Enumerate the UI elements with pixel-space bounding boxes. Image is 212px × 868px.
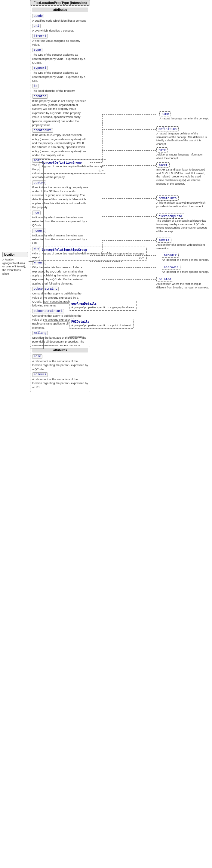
- attr-literal: literal A free-text value assigned as pr…: [32, 34, 88, 47]
- prop-narrower-container: narrower An identifier of a more specifi…: [162, 265, 209, 274]
- prop-narrower: narrower: [162, 265, 180, 270]
- prop-definition: definition: [156, 126, 179, 131]
- prop-hierarchyinfo-desc: The position of a concept in a hierarchi…: [156, 219, 209, 234]
- prop-name-container: name A natural language name for the con…: [159, 111, 209, 121]
- prop-hierarchyinfo-container: hierarchyInfo The position of a concept …: [156, 214, 209, 234]
- prop-related-container: related An identifier, where the relatio…: [156, 277, 209, 289]
- bottom-attributes-header: attributes: [32, 348, 88, 352]
- attr-typeuri: typeuri The type of the concept assigned…: [32, 66, 88, 83]
- prop-sameas-container: sameAs An identifier of a concept with e…: [156, 238, 209, 250]
- prop-note-container: note Additional natural language informa…: [156, 147, 209, 160]
- attr-creatoruri: creatoruri If the attribute is empty, sp…: [32, 128, 88, 157]
- bottom-attr-roleuri: roleuri A refinement of the semantics of…: [32, 372, 88, 389]
- diagram-container: FlexLocationPropType (intension) attribu…: [0, 0, 212, 868]
- prop-remoteinfo-desc: A link to an item at a web resource whic…: [156, 201, 209, 208]
- concept-definition-group-box: ConceptDefinitionGroup A group of proper…: [39, 159, 106, 174]
- concept-definition-group-desc: A group of properties required to define…: [42, 165, 103, 168]
- concept-relationships-group-desc: A group of properties required to define…: [42, 252, 144, 256]
- prop-related-desc: An identifier, where the relationship is…: [156, 282, 209, 289]
- concept-definition-multiplicity: 0..∞: [42, 169, 103, 172]
- geo-area-details-box: geoAreaDetails A group of properties spe…: [69, 301, 137, 311]
- attr-creator: creator If the property value is not emp…: [32, 94, 88, 127]
- attr-id: id The local identifier of the property.: [32, 84, 88, 93]
- prop-name: name: [159, 111, 171, 116]
- concept-definition-group-title: ConceptDefinitionGroup: [42, 161, 103, 164]
- poi-details-desc: A group of properties specific to a poin…: [71, 324, 131, 328]
- prop-narrower-desc: An identifier of a more specific concept…: [162, 270, 209, 274]
- geo-area-details-title: geoAreaDetails: [71, 302, 135, 305]
- prop-broader: broader: [162, 253, 179, 258]
- prop-remoteinfo-container: remoteInfo A link to an item at a web re…: [156, 195, 209, 208]
- attributes-header: attributes: [32, 7, 88, 12]
- prop-hierarchyinfo: hierarchyInfo: [156, 214, 184, 219]
- geo-area-details-desc: A group of properties specific to a geog…: [71, 306, 135, 309]
- prop-broader-container: broader An identifier of a more general …: [162, 253, 209, 262]
- bottom-attributes-panel: attributes role A refinement of the sema…: [30, 346, 90, 392]
- prop-facet-desc: In NAR 1.8 and later, facet is deprecate…: [156, 168, 209, 186]
- prop-sameas: sameAs: [156, 238, 172, 243]
- location-desc: A location (geographical area or point o…: [2, 258, 28, 276]
- prop-broader-desc: An identifier of a more general concept.: [162, 258, 209, 262]
- prop-sameas-desc: An identifier of a concept with equivale…: [156, 243, 209, 250]
- concept-relationships-group-title: ConceptRelationshipsGroup: [42, 248, 144, 251]
- prop-related: related: [156, 277, 173, 282]
- location-label-container: location A location (geographical area o…: [2, 252, 28, 276]
- prop-definition-desc: A natural language definition of the sem…: [156, 132, 209, 146]
- attr-qcode: qcode A qualified code which identifies …: [32, 13, 88, 23]
- prop-facet-container: facet In NAR 1.8 and later, facet is dep…: [156, 162, 209, 186]
- prop-remoteinfo: remoteInfo: [156, 195, 179, 200]
- prop-name-desc: A natural language name for the concept.: [159, 117, 209, 121]
- poi-details-box: POIDetails A group of properties specifi…: [69, 319, 133, 329]
- concept-relationships-multiplicity: 0..∞: [42, 256, 144, 259]
- attr-whyuri: whyuri Why the metadata has been exclude…: [32, 260, 88, 285]
- attr-how: how Indicates by which means the value w…: [32, 210, 88, 227]
- prop-note: note: [156, 147, 168, 153]
- location-label: location: [2, 252, 28, 257]
- attr-type: type The type of the concept assigned as…: [32, 48, 88, 65]
- title-text: FlexLocationPropType (intension): [33, 1, 87, 4]
- attr-uri: uri A URI which identifies a concept.: [32, 24, 88, 32]
- prop-facet: facet: [156, 162, 170, 167]
- attr-custom: custom If set to true the corresponding …: [32, 180, 88, 209]
- attr-howuri: howuri Indicates by which means the valu…: [32, 228, 88, 245]
- poi-details-title: POIDetails: [71, 320, 131, 323]
- diagram-title: FlexLocationPropType (intension): [30, 0, 90, 5]
- other-bottom-label: any ##other: [69, 335, 84, 338]
- bottom-attr-role: role A refinement of the semantics of th…: [32, 354, 88, 371]
- attributes-panel: attributes qcode A qualified code which …: [30, 5, 90, 372]
- concept-relationships-group-box: ConceptRelationshipsGroup A group of pro…: [39, 247, 147, 261]
- prop-definition-container: definition A natural language definition…: [156, 126, 209, 146]
- prop-note-desc: Additional natural language information …: [156, 153, 209, 160]
